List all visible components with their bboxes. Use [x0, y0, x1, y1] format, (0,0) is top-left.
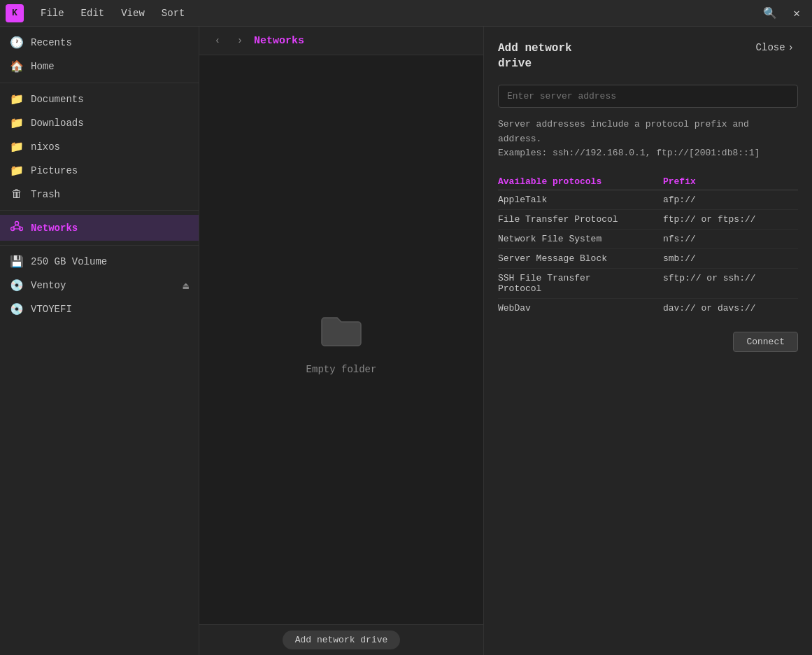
protocol-row: Server Message Blocksmb://: [498, 249, 798, 269]
sidebar-label-vtoyefi: VTOYEFI: [31, 304, 72, 315]
protocol-name: SSH File TransferProtocol: [498, 269, 663, 299]
protocol-header: Available protocols: [498, 174, 663, 190]
main-layout: 🕐 Recents 🏠 Home 📁 Documents 📁 Downloads…: [0, 27, 812, 655]
sidebar-item-downloads[interactable]: 📁 Downloads: [0, 111, 199, 135]
sidebar-item-recents[interactable]: 🕐 Recents: [0, 31, 199, 55]
right-panel-header: Add networkdrive Close ›: [498, 41, 798, 72]
sidebar-item-vtoyefi[interactable]: 💿 VTOYEFI: [0, 297, 199, 321]
menu-bar: K File Edit View Sort 🔍 ✕: [0, 0, 812, 27]
connect-button[interactable]: Connect: [733, 332, 798, 352]
menu-bar-right: 🔍 ✕: [760, 3, 806, 23]
menu-edit[interactable]: Edit: [73, 5, 113, 22]
app-logo[interactable]: K: [6, 4, 24, 22]
sidebar-item-ventoy[interactable]: 💿 Ventoy ⏏: [0, 274, 199, 297]
right-panel-title: Add networkdrive: [498, 41, 572, 72]
protocol-prefix: ftp:// or ftps://: [663, 210, 798, 230]
sidebar-item-pictures[interactable]: 📁 Pictures: [0, 159, 199, 183]
svg-line-4: [17, 225, 21, 227]
protocols-table: Available protocols Prefix AppleTalkafp:…: [498, 174, 798, 318]
volume-icon: 💾: [10, 255, 24, 269]
sidebar: 🕐 Recents 🏠 Home 📁 Documents 📁 Downloads…: [0, 27, 199, 655]
trash-icon: 🗑: [10, 188, 24, 201]
path-bar: ‹ › Networks: [199, 27, 483, 55]
protocol-name: Network File System: [498, 230, 663, 249]
sidebar-item-documents[interactable]: 📁 Documents: [0, 87, 199, 111]
protocol-prefix: nfs://: [663, 230, 798, 249]
file-content: Empty folder: [199, 55, 483, 624]
bottom-bar: Add network drive: [199, 624, 483, 655]
sidebar-item-trash[interactable]: 🗑 Trash: [0, 183, 199, 206]
protocol-name: WebDav: [498, 299, 663, 318]
server-address-input[interactable]: [498, 85, 798, 108]
protocol-prefix: smb://: [663, 249, 798, 269]
sidebar-label-nixos: nixos: [31, 141, 60, 153]
sidebar-item-home[interactable]: 🏠 Home: [0, 55, 199, 78]
menu-view[interactable]: View: [113, 5, 153, 22]
sidebar-divider-2: [0, 210, 199, 211]
documents-icon: 📁: [10, 92, 24, 106]
close-button[interactable]: Close ›: [752, 41, 798, 55]
protocol-row: SSH File TransferProtocolsftp:// or ssh:…: [498, 269, 798, 299]
protocol-row: AppleTalkafp://: [498, 190, 798, 210]
empty-folder-icon: [316, 305, 366, 355]
svg-point-0: [15, 222, 19, 225]
protocol-row: File Transfer Protocolftp:// or ftps://: [498, 210, 798, 230]
protocol-row: Network File Systemnfs://: [498, 230, 798, 249]
ventoy-icon: 💿: [10, 279, 24, 293]
sidebar-label-ventoy: Ventoy: [31, 280, 66, 291]
vtoyefi-icon: 💿: [10, 302, 24, 316]
back-button[interactable]: ‹: [209, 32, 226, 49]
sidebar-label-documents: Documents: [31, 94, 84, 105]
sidebar-item-networks[interactable]: Networks: [0, 215, 199, 241]
sidebar-label-pictures: Pictures: [31, 165, 78, 176]
recents-icon: 🕐: [10, 36, 24, 50]
sidebar-label-volume: 250 GB Volume: [31, 256, 107, 267]
protocol-prefix: sftp:// or ssh://: [663, 269, 798, 299]
sidebar-item-volume[interactable]: 💾 250 GB Volume: [0, 250, 199, 274]
forward-button[interactable]: ›: [232, 32, 248, 49]
current-path: Networks: [254, 35, 304, 47]
close-icon[interactable]: ✕: [787, 3, 806, 23]
search-icon[interactable]: 🔍: [760, 3, 780, 23]
connect-btn-row: Connect: [498, 332, 798, 352]
protocol-prefix: afp://: [663, 190, 798, 210]
sidebar-label-networks: Networks: [31, 223, 78, 234]
networks-icon: [10, 220, 24, 236]
empty-folder-label: Empty folder: [306, 364, 377, 375]
sidebar-label-recents: Recents: [31, 37, 72, 48]
info-text: Server addresses include a protocol pref…: [498, 118, 798, 161]
close-chevron-icon: ›: [788, 42, 794, 53]
add-network-drive-bottom-button[interactable]: Add network drive: [283, 631, 401, 649]
sidebar-label-trash: Trash: [31, 189, 60, 200]
nixos-icon: 📁: [10, 140, 24, 154]
protocol-row: WebDavdav:// or davs://: [498, 299, 798, 318]
sidebar-label-home: Home: [31, 61, 55, 72]
svg-line-3: [13, 225, 17, 227]
prefix-header: Prefix: [663, 174, 798, 190]
sidebar-item-nixos[interactable]: 📁 nixos: [0, 135, 199, 159]
sidebar-divider-3: [0, 245, 199, 246]
right-panel: Add networkdrive Close › Server addresse…: [483, 27, 812, 655]
menu-file[interactable]: File: [32, 5, 73, 22]
home-icon: 🏠: [10, 59, 24, 73]
downloads-icon: 📁: [10, 116, 24, 130]
sidebar-divider-1: [0, 83, 199, 83]
protocol-name: Server Message Block: [498, 249, 663, 269]
sidebar-label-downloads: Downloads: [31, 118, 84, 129]
protocol-prefix: dav:// or davs://: [663, 299, 798, 318]
protocol-name: AppleTalk: [498, 190, 663, 210]
content-area: ‹ › Networks Empty folder Add network dr…: [199, 27, 483, 655]
protocol-name: File Transfer Protocol: [498, 210, 663, 230]
menu-sort[interactable]: Sort: [153, 5, 194, 22]
eject-icon[interactable]: ⏏: [183, 280, 189, 292]
close-label: Close: [756, 42, 785, 53]
pictures-icon: 📁: [10, 164, 24, 178]
